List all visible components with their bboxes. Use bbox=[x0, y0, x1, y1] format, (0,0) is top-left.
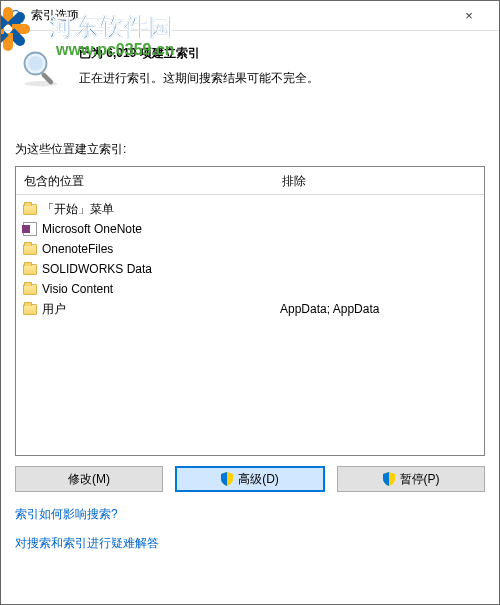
list-item-label: OnenoteFiles bbox=[42, 242, 113, 256]
magnifier-icon bbox=[17, 45, 65, 93]
window-title: 索引选项 bbox=[31, 7, 447, 24]
exclude-cell bbox=[280, 219, 478, 239]
indexed-locations-box: 包含的位置 「开始」菜单Microsoft OneNoteOnenoteFile… bbox=[15, 166, 485, 456]
status-message: 正在进行索引。这期间搜索结果可能不完全。 bbox=[79, 70, 319, 87]
list-item[interactable]: 用户 bbox=[22, 299, 268, 319]
list-item[interactable]: Visio Content bbox=[22, 279, 268, 299]
column-header-excluded: 排除 bbox=[274, 167, 484, 195]
exclude-cell bbox=[280, 279, 478, 299]
status-progress: 已为 6,019 项建立索引 bbox=[79, 45, 319, 62]
close-icon: × bbox=[465, 8, 473, 23]
column-header-included: 包含的位置 bbox=[16, 167, 274, 195]
title-bar: 索引选项 × bbox=[1, 1, 499, 31]
folder-icon bbox=[22, 281, 38, 297]
exclude-cell bbox=[280, 199, 478, 219]
help-link-2[interactable]: 对搜索和索引进行疑难解答 bbox=[15, 535, 485, 552]
close-button[interactable]: × bbox=[447, 2, 491, 30]
list-item-label: 用户 bbox=[42, 301, 66, 318]
section-label: 为这些位置建立索引: bbox=[15, 141, 485, 158]
list-item-label: SOLIDWORKS Data bbox=[42, 262, 152, 276]
help-link-1[interactable]: 索引如何影响搜索? bbox=[15, 506, 118, 523]
pause-button[interactable]: 暂停(P) bbox=[337, 466, 485, 492]
advanced-button[interactable]: 高级(D) bbox=[175, 466, 325, 492]
shield-icon bbox=[383, 472, 395, 486]
folder-icon bbox=[22, 241, 38, 257]
svg-line-1 bbox=[19, 18, 23, 22]
list-item[interactable]: 「开始」菜单 bbox=[22, 199, 268, 219]
list-item-label: Visio Content bbox=[42, 282, 113, 296]
exclude-cell bbox=[280, 259, 478, 279]
list-item[interactable]: OnenoteFiles bbox=[22, 239, 268, 259]
search-icon bbox=[9, 8, 25, 24]
exclude-cell bbox=[280, 239, 478, 259]
list-item[interactable]: SOLIDWORKS Data bbox=[22, 259, 268, 279]
folder-icon bbox=[22, 261, 38, 277]
onenote-icon bbox=[22, 221, 38, 237]
list-item-label: 「开始」菜单 bbox=[42, 201, 114, 218]
svg-point-4 bbox=[28, 56, 43, 71]
folder-icon bbox=[22, 301, 38, 317]
svg-point-0 bbox=[12, 10, 20, 18]
exclude-cell: AppData; AppData bbox=[280, 299, 478, 319]
modify-button[interactable]: 修改(M) bbox=[15, 466, 163, 492]
list-item[interactable]: Microsoft OneNote bbox=[22, 219, 268, 239]
advanced-button-label: 高级(D) bbox=[238, 471, 279, 488]
modify-button-label: 修改(M) bbox=[68, 471, 110, 488]
shield-icon bbox=[221, 472, 233, 486]
list-item-label: Microsoft OneNote bbox=[42, 222, 142, 236]
folder-icon bbox=[22, 201, 38, 217]
pause-button-label: 暂停(P) bbox=[400, 471, 440, 488]
